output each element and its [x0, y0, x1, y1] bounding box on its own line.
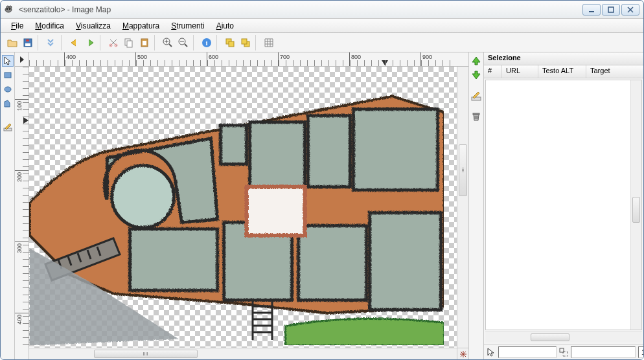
svg-rect-34 [353, 109, 437, 190]
menu-visualizza[interactable]: Visualizza [71, 20, 116, 32]
circle-tool[interactable] [2, 84, 14, 95]
svg-rect-24 [5, 73, 11, 78]
edit-area-button[interactable] [470, 90, 482, 102]
menu-aiuto[interactable]: Aiuto [211, 20, 239, 32]
svg-rect-15 [143, 41, 146, 45]
menu-modifica[interactable]: Modifica [30, 20, 69, 32]
edit-tool[interactable] [2, 121, 14, 133]
status-pointer-coord [498, 346, 557, 358]
svg-rect-30 [369, 212, 441, 309]
svg-rect-38 [473, 113, 479, 115]
grid-button[interactable] [261, 35, 277, 51]
svg-rect-31 [220, 125, 246, 164]
title-bar: <senzatitolo> - Image Map [1, 1, 643, 19]
pointer-tool[interactable] [2, 55, 14, 67]
svg-rect-8 [25, 43, 30, 46]
navigator-button[interactable] [457, 348, 468, 359]
selection-actions [468, 52, 484, 359]
svg-rect-13 [127, 41, 132, 47]
undo-button[interactable] [67, 35, 82, 51]
info-button[interactable]: i [199, 35, 214, 51]
menu-strumenti[interactable]: Strumenti [166, 20, 209, 32]
selection-panel: Selezione # URL Testo ALT Target 1:1 [484, 52, 643, 359]
toolbox [1, 52, 15, 359]
svg-rect-5 [589, 11, 594, 12]
main-area: 400 500 600 700 800 900 100 200 300 400 [1, 52, 643, 359]
canvas-area: 400 500 600 700 800 900 100 200 300 400 [15, 52, 468, 359]
toolbar: i [1, 33, 643, 52]
redo-button[interactable] [82, 35, 98, 51]
maximize-button[interactable] [602, 4, 620, 16]
col-target[interactable]: Target [586, 65, 643, 78]
zoom-in-button[interactable] [160, 35, 176, 51]
svg-rect-6 [608, 7, 614, 12]
selection-panel-title: Selezione [484, 52, 643, 65]
menu-mappatura[interactable]: Mappatura [117, 20, 165, 32]
minimize-button[interactable] [582, 4, 601, 16]
menu-bar: File Modifica Visualizza Mappatura Strum… [1, 19, 643, 33]
open-button[interactable] [5, 35, 20, 51]
close-button[interactable] [621, 4, 639, 16]
status-dimensions [571, 346, 636, 358]
svg-rect-35 [246, 186, 305, 235]
vertical-ruler[interactable]: 100 200 300 400 [15, 67, 29, 348]
svg-rect-21 [229, 41, 234, 47]
save-button[interactable] [20, 35, 36, 51]
svg-rect-9 [26, 39, 29, 41]
svg-rect-29 [298, 225, 366, 300]
svg-rect-32 [249, 122, 305, 186]
col-num[interactable]: # [484, 65, 502, 78]
menu-file[interactable]: File [6, 20, 29, 32]
status-zoom: 1:1 [638, 346, 644, 358]
status-bar: 1:1 [484, 344, 643, 359]
panel-horizontal-scrollbar[interactable] [485, 332, 642, 343]
preferences-button[interactable] [43, 35, 59, 51]
col-alt[interactable]: Testo ALT [538, 65, 586, 78]
zoom-out-button[interactable] [176, 35, 191, 51]
horizontal-scrollbar[interactable] [29, 348, 457, 359]
hruler-marker-icon [382, 60, 388, 67]
paste-button[interactable] [137, 35, 152, 51]
move-back-button[interactable] [238, 35, 253, 51]
svg-point-4 [9, 8, 10, 10]
dimensions-icon [559, 347, 568, 357]
rectangle-tool[interactable] [2, 69, 14, 81]
selection-table-header: # URL Testo ALT Target [484, 65, 643, 78]
map-image [29, 67, 444, 345]
move-up-button[interactable] [470, 55, 482, 67]
delete-area-button[interactable] [470, 111, 482, 122]
panel-vertical-scrollbar[interactable] [630, 80, 641, 330]
svg-point-25 [5, 87, 11, 92]
vertical-scrollbar[interactable] [457, 67, 468, 348]
move-front-button[interactable] [222, 35, 238, 51]
polygon-tool[interactable] [2, 98, 14, 109]
ruler-origin[interactable] [15, 52, 29, 67]
svg-text:i: i [205, 39, 207, 47]
selection-list[interactable] [485, 80, 642, 330]
svg-point-36 [111, 165, 174, 227]
horizontal-ruler[interactable]: 400 500 600 700 800 900 [29, 52, 457, 67]
pointer-coord-icon [487, 347, 496, 357]
svg-rect-27 [130, 229, 217, 290]
app-icon [5, 5, 15, 15]
move-down-button[interactable] [470, 69, 482, 81]
svg-point-3 [6, 8, 8, 10]
svg-rect-23 [242, 39, 247, 44]
viewport[interactable] [29, 67, 457, 348]
svg-point-1 [6, 6, 9, 8]
col-url[interactable]: URL [502, 65, 538, 78]
svg-rect-33 [308, 115, 350, 186]
window-title: <senzatitolo> - Image Map [19, 5, 582, 14]
copy-button[interactable] [121, 35, 137, 51]
svg-point-2 [9, 6, 12, 8]
cut-button[interactable] [106, 35, 121, 51]
